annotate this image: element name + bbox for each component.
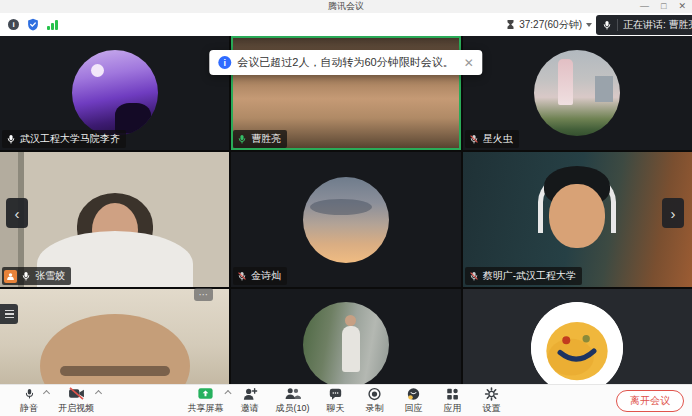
previous-page-button[interactable]: ‹ (6, 198, 28, 228)
avatar (531, 302, 623, 384)
record-icon (368, 387, 382, 401)
window-controls: — □ ✕ (640, 0, 686, 13)
active-speaker-badge: 正在讲话: 曹胜亮 (596, 15, 692, 35)
toolbar-center-group: 共享屏幕 邀请 (187, 387, 504, 415)
participant-label: 张雪姣 (2, 267, 71, 285)
chevron-up-icon[interactable] (224, 389, 231, 396)
tencent-meeting-window: 腾讯会议 — □ ✕ i 37:27(60分钟) (0, 0, 692, 416)
avatar (72, 50, 158, 136)
chevron-down-icon (586, 23, 592, 27)
video-tile-8[interactable] (231, 289, 460, 384)
video-tile-9[interactable] (463, 289, 692, 384)
participant-label: 星火虫 (465, 130, 519, 148)
share-screen-button[interactable]: 共享屏幕 (187, 387, 223, 415)
security-shield-icon[interactable] (27, 18, 39, 31)
mic-muted-icon (237, 270, 247, 282)
maximize-button[interactable]: □ (661, 2, 666, 11)
meeting-info-bar: i 37:27(60分钟) 正在讲话: 曹胜亮 (0, 13, 692, 36)
participant-label: 金诗灿 (233, 267, 287, 285)
mic-on-icon (21, 270, 31, 282)
video-tile-7[interactable] (0, 289, 229, 384)
microphone-icon (24, 387, 35, 401)
settings-button[interactable]: 设置 (479, 387, 505, 415)
mic-muted-icon (469, 133, 479, 145)
record-button[interactable]: 录制 (362, 387, 388, 415)
close-button[interactable]: ✕ (678, 2, 686, 11)
camera-off-icon (68, 387, 85, 401)
video-tile-6[interactable]: 蔡明广-武汉工程大学 (463, 152, 692, 287)
video-tile-1[interactable]: 武汉工程大学马院李齐 (0, 36, 229, 150)
chevron-up-icon[interactable] (43, 389, 50, 396)
host-badge-icon (4, 270, 17, 283)
start-video-button[interactable]: 开启视频 (58, 387, 94, 415)
video-tile-5[interactable]: 金诗灿 (231, 152, 460, 287)
members-button[interactable]: 成员(10) (275, 387, 309, 415)
video-tile-3[interactable]: 星火虫 (463, 36, 692, 150)
participant-label: 武汉工程大学马院李齐 (2, 130, 126, 148)
mute-button[interactable]: 静音 (16, 387, 42, 415)
mic-speaking-icon (237, 133, 247, 145)
network-signal-icon[interactable] (47, 20, 58, 30)
status-icons: i (8, 18, 58, 31)
invite-person-icon (242, 387, 257, 401)
participant-name: 金诗灿 (251, 269, 281, 283)
participant-name: 蔡明广-武汉工程大学 (483, 269, 576, 283)
chat-button[interactable]: 聊天 (323, 387, 349, 415)
banner-close-icon[interactable]: ✕ (464, 56, 474, 70)
minimize-button[interactable]: — (640, 2, 649, 11)
chat-bubble-icon (329, 387, 343, 401)
divider (617, 19, 618, 31)
microphone-icon (602, 19, 612, 31)
participant-name: 星火虫 (483, 132, 513, 146)
apps-grid-icon (446, 387, 460, 401)
avatar (303, 177, 389, 263)
speaking-text: 正在讲话: 曹胜亮 (623, 18, 692, 32)
next-page-button[interactable]: › (662, 198, 684, 228)
mic-on-icon (6, 133, 16, 145)
smiley-avatar-icon (531, 302, 623, 384)
meeting-limit-banner: i 会议已超过2人，自动转为60分钟限时会议。 ✕ (209, 50, 482, 75)
timer-text: 37:27(60分钟) (519, 18, 582, 32)
video-content (549, 184, 605, 248)
avatar (534, 50, 620, 136)
apps-button[interactable]: 应用 (440, 387, 466, 415)
participant-name: 张雪姣 (35, 269, 65, 283)
reaction-icon (407, 387, 421, 401)
video-tile-4[interactable]: 张雪姣 (0, 152, 229, 287)
members-icon (284, 387, 301, 401)
meeting-info-icon[interactable]: i (8, 19, 19, 30)
participant-name: 曹胜亮 (251, 132, 281, 146)
tile-more-button[interactable]: ⋯ (194, 288, 213, 301)
chevron-up-icon[interactable] (95, 389, 102, 396)
banner-text: 会议已超过2人，自动转为60分钟限时会议。 (237, 55, 453, 70)
participant-label: 蔡明广-武汉工程大学 (465, 267, 582, 285)
info-circle-icon: i (218, 56, 231, 69)
window-title: 腾讯会议 (328, 0, 364, 13)
layout-list-button[interactable] (0, 304, 18, 324)
settings-gear-icon (485, 387, 499, 401)
participant-name: 武汉工程大学马院李齐 (20, 132, 120, 146)
video-grid: 武汉工程大学马院李齐 曹胜亮 (0, 36, 692, 384)
title-bar: 腾讯会议 — □ ✕ (0, 0, 692, 13)
reaction-button[interactable]: 回应 (401, 387, 427, 415)
share-screen-icon (197, 387, 213, 401)
mic-muted-icon (469, 270, 479, 282)
avatar (303, 302, 389, 384)
participant-label: 曹胜亮 (233, 130, 287, 148)
leave-meeting-button[interactable]: 离开会议 (616, 390, 684, 412)
invite-button[interactable]: 邀请 (236, 387, 262, 415)
hourglass-icon (506, 19, 515, 30)
meeting-timer[interactable]: 37:27(60分钟) (506, 18, 592, 32)
toolbar-left-group: 静音 开启视频 (16, 387, 94, 415)
meeting-toolbar: 静音 开启视频 (0, 384, 692, 416)
